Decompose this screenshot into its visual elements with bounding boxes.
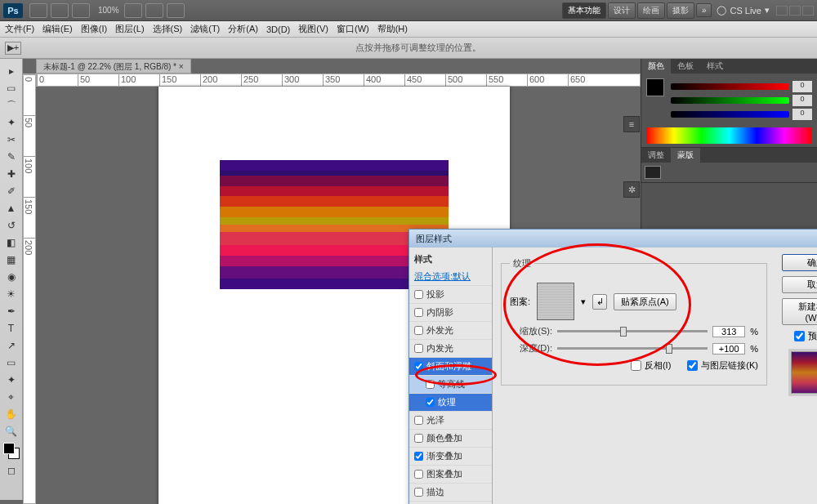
document-tab[interactable]: 未标题-1 @ 22.2% (图层 1, RGB/8) * × [36, 59, 191, 74]
eyedropper-tool-icon[interactable]: ✎ [2, 149, 20, 165]
color-swatch[interactable] [3, 443, 20, 459]
dialog-titlebar[interactable]: 图层样式 × [409, 230, 817, 248]
mini-bridge-icon[interactable] [51, 3, 69, 18]
scale-slider[interactable] [557, 330, 708, 332]
move-tool-icon[interactable]: ▸ [2, 63, 20, 79]
style-satin[interactable]: 光泽 [409, 412, 492, 430]
path-tool-icon[interactable]: ↗ [2, 337, 20, 354]
menu-view[interactable]: 视图(V) [298, 23, 328, 35]
window-min-icon[interactable] [776, 6, 788, 16]
zoom-tool-icon[interactable]: 🔍 [2, 423, 20, 439]
bridge-icon[interactable] [29, 3, 47, 18]
menu-window[interactable]: 窗口(W) [337, 23, 369, 35]
style-drop-shadow[interactable]: 投影 [409, 286, 492, 304]
cslive-button[interactable]: ◯CS Live▾ [717, 5, 770, 16]
b-slider[interactable] [671, 111, 789, 118]
link-layer-checkbox[interactable]: 与图层链接(K) [687, 359, 758, 372]
snap-origin-button[interactable]: 贴紧原点(A) [614, 293, 676, 310]
new-style-button[interactable]: 新建样式(W)... [782, 298, 817, 325]
menu-filter[interactable]: 滤镜(T) [190, 23, 220, 35]
style-bevel[interactable]: 斜面和浮雕 [409, 358, 492, 376]
workspace-photography[interactable]: 摄影 [667, 2, 694, 19]
tab-styles[interactable]: 样式 [700, 59, 730, 74]
g-slider[interactable] [671, 97, 789, 104]
ruler-horizontal: 050100150200250300350400450500550600650 [36, 74, 641, 87]
blend-options[interactable]: 混合选项:默认 [409, 268, 492, 286]
style-outer-glow[interactable]: 外发光 [409, 322, 492, 340]
menu-3d[interactable]: 3D(D) [266, 25, 290, 34]
zoom-dropdown[interactable]: 100% [98, 6, 119, 15]
style-inner-glow[interactable]: 内发光 [409, 340, 492, 358]
ok-button[interactable]: 确定 [782, 254, 817, 271]
color-spectrum[interactable] [646, 127, 812, 144]
screen-mode-icon[interactable] [167, 3, 185, 18]
menu-file[interactable]: 文件(F) [5, 23, 34, 35]
crop-tool-icon[interactable]: ✂ [2, 132, 20, 148]
tab-adjustments[interactable]: 调整 [641, 148, 671, 163]
3d-tool-icon[interactable]: ✦ [2, 372, 20, 388]
marquee-tool-icon[interactable]: ▭ [2, 80, 20, 96]
invert-checkbox[interactable]: 反相(I) [631, 359, 671, 372]
menu-image[interactable]: 图像(I) [81, 23, 107, 35]
menu-select[interactable]: 选择(S) [153, 23, 183, 35]
view-extras-icon[interactable] [72, 3, 90, 18]
arrange-docs-icon[interactable] [145, 3, 163, 18]
stamp-tool-icon[interactable]: ▲ [2, 200, 20, 216]
pattern-picker[interactable] [537, 283, 574, 320]
scale-input[interactable] [712, 326, 745, 337]
menu-analysis[interactable]: 分析(A) [228, 23, 258, 35]
styles-header[interactable]: 样式 [409, 251, 492, 268]
style-contour[interactable]: 等高线 [409, 376, 492, 394]
tab-swatches[interactable]: 色板 [671, 59, 700, 74]
hand-tool-icon[interactable] [124, 3, 142, 18]
mask-thumb[interactable] [645, 166, 661, 179]
char-collapsed-icon[interactable]: ✲ [623, 181, 640, 198]
workspace-design[interactable]: 设计 [608, 2, 636, 19]
depth-slider[interactable] [557, 347, 708, 350]
wand-tool-icon[interactable]: ✦ [2, 114, 20, 131]
window-close-icon[interactable] [802, 6, 814, 16]
menu-edit[interactable]: 编辑(E) [42, 23, 73, 35]
dialog-title: 图层样式 [416, 233, 452, 245]
move-tool-icon[interactable]: ▶+ [5, 42, 21, 55]
style-texture[interactable]: 纹理 [409, 394, 492, 412]
cancel-button[interactable]: 取消 [782, 276, 817, 293]
tab-color[interactable]: 颜色 [641, 59, 671, 74]
workspace-painting[interactable]: 绘画 [637, 2, 665, 19]
r-value[interactable]: 0 [792, 81, 812, 92]
hand-tool-icon[interactable]: ✋ [2, 406, 20, 422]
menu-help[interactable]: 帮助(H) [377, 23, 408, 35]
new-preset-icon[interactable]: ↲ [592, 294, 607, 310]
dodge-tool-icon[interactable]: ☀ [2, 286, 20, 302]
quickmask-icon[interactable]: ◻ [2, 462, 20, 479]
shape-tool-icon[interactable]: ▭ [2, 355, 20, 371]
type-tool-icon[interactable]: T [2, 320, 20, 337]
workspace-essentials[interactable]: 基本功能 [562, 2, 606, 19]
gradient-tool-icon[interactable]: ▦ [2, 252, 20, 268]
tab-masks[interactable]: 蒙版 [671, 148, 700, 163]
depth-input[interactable] [712, 343, 745, 355]
menu-layer[interactable]: 图层(L) [115, 23, 144, 35]
style-color-overlay[interactable]: 颜色叠加 [409, 430, 492, 448]
brush-tool-icon[interactable]: ✐ [2, 183, 20, 199]
window-restore-icon[interactable] [789, 6, 801, 16]
history-brush-icon[interactable]: ↺ [2, 217, 20, 234]
style-gradient-overlay[interactable]: 渐变叠加 [409, 448, 492, 466]
b-value[interactable]: 0 [792, 109, 812, 120]
style-inner-shadow[interactable]: 内阴影 [409, 304, 492, 322]
foreground-color[interactable] [646, 78, 664, 96]
history-collapsed-icon[interactable]: ≡ [623, 116, 640, 132]
lasso-tool-icon[interactable]: ⌒ [2, 97, 20, 114]
pen-tool-icon[interactable]: ✒ [2, 303, 20, 319]
style-stroke[interactable]: 描边 [409, 484, 492, 502]
r-slider[interactable] [671, 83, 789, 90]
preview-checkbox[interactable]: 预览(V) [782, 330, 817, 342]
eraser-tool-icon[interactable]: ◧ [2, 234, 20, 251]
g-value[interactable]: 0 [792, 95, 812, 106]
toolbox: ▸ ▭ ⌒ ✦ ✂ ✎ ✚ ✐ ▲ ↺ ◧ ▦ ◉ ☀ ✒ T ↗ ▭ ✦ ⌖ … [0, 59, 23, 500]
workspace-more[interactable]: » [696, 3, 712, 17]
style-pattern-overlay[interactable]: 图案叠加 [409, 466, 492, 484]
healing-tool-icon[interactable]: ✚ [2, 166, 20, 182]
blur-tool-icon[interactable]: ◉ [2, 269, 20, 285]
3d-camera-icon[interactable]: ⌖ [2, 389, 20, 405]
